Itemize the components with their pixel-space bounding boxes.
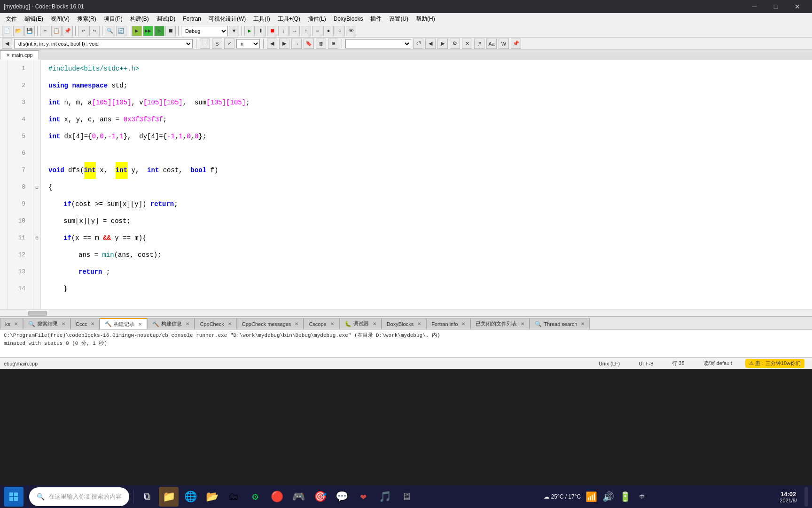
bp-12[interactable] <box>0 246 7 263</box>
taskbar-search[interactable]: 🔍 在这里输入你要搜索的内容 <box>29 487 129 506</box>
menu-plugins[interactable]: 插件(L) <box>304 14 330 24</box>
taskbar-explorer2[interactable]: 📂 <box>202 487 222 507</box>
search-options[interactable]: ⚙ <box>450 39 460 49</box>
func-list[interactable]: ≡ <box>200 39 210 49</box>
taskbar-app8[interactable]: 🖥 <box>397 487 416 507</box>
bottom-tab-search[interactable]: 🔍 搜索结果 ✕ <box>23 318 70 329</box>
menu-debug[interactable]: 调试(D) <box>153 14 180 24</box>
taskbar-app1[interactable]: 🗂 <box>224 487 243 507</box>
debug-toggle-bp[interactable]: ● <box>323 26 334 36</box>
debug-config-dropdown[interactable]: Debug Release <box>181 26 228 36</box>
bottom-tab-cppcheck-msg[interactable]: CppCheck messages ✕ <box>237 318 304 329</box>
bottom-tab-build-log-close[interactable]: ✕ <box>138 322 142 327</box>
bottom-tab-closed-files-close[interactable]: ✕ <box>521 321 524 326</box>
new-button[interactable]: 📄 <box>2 26 12 36</box>
search-bar[interactable] <box>345 39 411 48</box>
systray-network[interactable]: 📶 <box>585 490 598 503</box>
tab-close-icon[interactable]: ✕ <box>6 53 10 58</box>
nav-goto[interactable]: → <box>291 39 302 49</box>
start-button[interactable] <box>4 487 23 507</box>
nav-bookmark[interactable]: 🔖 <box>304 39 314 49</box>
bottom-tab-build-info-close[interactable]: ✕ <box>186 321 189 326</box>
nav-back[interactable]: ◀ <box>267 39 277 49</box>
menu-tools[interactable]: 工具(I) <box>250 14 273 24</box>
fold-8[interactable]: ⊟ <box>33 179 40 196</box>
menu-fortran[interactable]: Fortran <box>179 15 205 23</box>
search-go[interactable]: ⏎ <box>413 39 423 49</box>
bottom-tab-search-close[interactable]: ✕ <box>62 321 65 326</box>
menu-project[interactable]: 项目(P) <box>100 14 126 24</box>
bottom-tab-cscope-close[interactable]: ✕ <box>330 321 334 326</box>
menu-edit[interactable]: 编辑(E) <box>21 14 47 24</box>
debug-start[interactable]: ▶ <box>244 26 255 36</box>
bp-4[interactable] <box>0 111 7 128</box>
copy-button[interactable]: 📋 <box>51 26 62 36</box>
bp-13[interactable] <box>0 263 7 280</box>
bp-1[interactable] <box>0 60 7 77</box>
bottom-tab-build-log[interactable]: 🔨 构建记录 ✕ <box>100 318 147 329</box>
systray-keyboard[interactable]: 中 <box>635 490 648 503</box>
menu-plugin2[interactable]: 插件 <box>367 14 385 24</box>
config-dropdown-btn[interactable]: ▼ <box>229 26 239 36</box>
bottom-tab-doxy[interactable]: DoxyBlocks ✕ <box>382 318 426 329</box>
bottom-tab-fortran[interactable]: Fortran info ✕ <box>426 318 470 329</box>
taskbar-app3[interactable]: 🔴 <box>267 487 287 507</box>
search-case[interactable]: Aa <box>486 39 497 49</box>
fold-11[interactable]: ⊟ <box>33 230 40 246</box>
run-button[interactable]: ▶▶ <box>143 26 153 36</box>
taskbar-edge[interactable]: 🌐 <box>180 487 200 507</box>
nav-clear[interactable]: 🗑 <box>316 39 326 49</box>
bp-11[interactable] <box>0 230 7 246</box>
paste-button[interactable]: 📌 <box>62 26 73 36</box>
file-tab-main[interactable]: ✕ main.cpp <box>0 50 39 60</box>
menu-tools2[interactable]: 工具+(Q) <box>274 14 304 24</box>
bp-3[interactable] <box>0 94 7 111</box>
search-close[interactable]: ✕ <box>462 39 472 49</box>
bp-6[interactable] <box>0 145 7 162</box>
bp-8[interactable] <box>0 179 7 196</box>
search-prev[interactable]: ◀ <box>425 39 436 49</box>
hscrollbar[interactable] <box>0 310 812 316</box>
stop-button[interactable]: ⏹ <box>165 26 176 36</box>
systray-battery[interactable]: 🔋 <box>618 490 632 503</box>
debug-stop[interactable]: ⏹ <box>267 26 277 36</box>
bp-7[interactable] <box>0 162 7 179</box>
debug-step-out[interactable]: ↑ <box>301 26 311 36</box>
search-pin[interactable]: 📌 <box>511 39 521 49</box>
replace-button[interactable]: 🔄 <box>116 26 126 36</box>
search-regex[interactable]: .* <box>474 39 484 49</box>
bottom-tab-cppcheck-msg-close[interactable]: ✕ <box>295 321 298 326</box>
func-prev[interactable]: ◀ <box>2 39 12 49</box>
show-desktop-button[interactable] <box>804 487 808 507</box>
bp-2[interactable] <box>0 77 7 94</box>
debug-step-into[interactable]: ↓ <box>278 26 289 36</box>
menu-build[interactable]: 构建(B) <box>126 14 153 24</box>
menu-settings[interactable]: 设置(U) <box>385 14 412 24</box>
save-button[interactable]: 💾 <box>24 26 35 36</box>
systray-sound[interactable]: 🔊 <box>601 490 615 503</box>
debug-watches[interactable]: 👁 <box>346 26 356 36</box>
func-check[interactable]: ✓ <box>224 39 234 49</box>
taskbar-app4[interactable]: 🎮 <box>289 487 308 507</box>
bottom-tab-debugger[interactable]: 🐛 调试器 ✕ <box>339 318 382 329</box>
build-run-button[interactable]: ▷ <box>154 26 164 36</box>
open-button[interactable]: 📂 <box>13 26 23 36</box>
search-next[interactable]: ▶ <box>437 39 448 49</box>
code-area[interactable]: #include<bits/stdc++.h> using namespace … <box>41 60 812 310</box>
menu-visual[interactable]: 可视化设计(W) <box>205 14 250 24</box>
bottom-tab-cppcheck-close[interactable]: ✕ <box>228 321 232 326</box>
find-button[interactable]: 🔍 <box>105 26 115 36</box>
debug-run-to[interactable]: ⇒ <box>312 26 322 36</box>
bottom-tab-debugger-close[interactable]: ✕ <box>373 321 376 326</box>
bp-14[interactable] <box>0 280 7 297</box>
bottom-tab-cccc-close[interactable]: ✕ <box>91 321 94 326</box>
undo-button[interactable]: ↩ <box>78 26 88 36</box>
taskbar-time[interactable]: 14:02 2021/8/ <box>780 491 801 503</box>
menu-search[interactable]: 搜索(R) <box>73 14 100 24</box>
bp-5[interactable] <box>0 128 7 145</box>
function-dropdown[interactable]: dfs(int x, int y, int cost, bool f) : vo… <box>14 39 193 48</box>
nav-comment[interactable]: ⊕ <box>328 39 338 49</box>
bottom-tab-ks-close[interactable]: ✕ <box>14 321 18 326</box>
taskbar-wechat[interactable]: 💬 <box>332 487 351 507</box>
bottom-tab-cccc[interactable]: Cccc ✕ <box>70 318 100 329</box>
